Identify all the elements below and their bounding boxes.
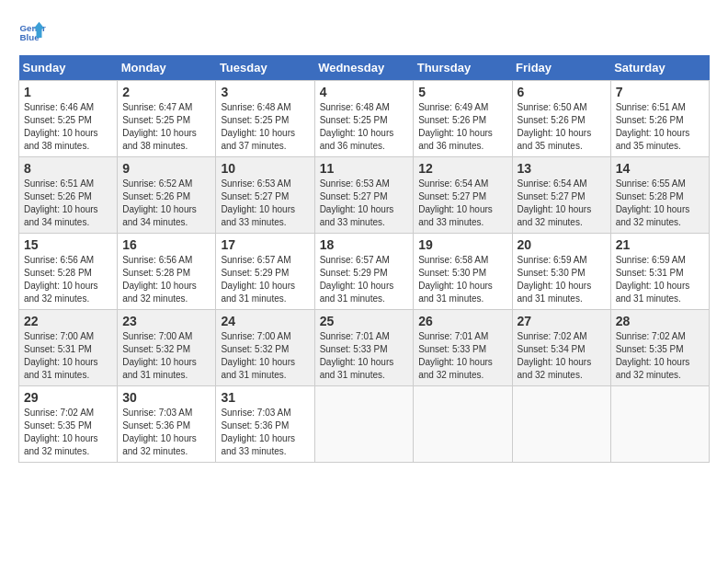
day-info: Sunrise: 7:03 AM Sunset: 5:36 PM Dayligh… — [221, 407, 309, 458]
calendar-header-cell: Thursday — [414, 55, 512, 81]
calendar-table: SundayMondayTuesdayWednesdayThursdayFrid… — [18, 55, 710, 463]
calendar-cell: 15Sunrise: 6:56 AM Sunset: 5:28 PM Dayli… — [19, 234, 118, 310]
day-number: 17 — [221, 237, 309, 252]
calendar-cell: 16Sunrise: 6:56 AM Sunset: 5:28 PM Dayli… — [118, 234, 216, 310]
day-info: Sunrise: 6:54 AM Sunset: 5:27 PM Dayligh… — [418, 178, 506, 229]
day-info: Sunrise: 6:51 AM Sunset: 5:26 PM Dayligh… — [24, 178, 112, 229]
header: General Blue — [18, 18, 710, 46]
calendar-cell: 27Sunrise: 7:02 AM Sunset: 5:34 PM Dayli… — [512, 310, 610, 386]
calendar-cell: 14Sunrise: 6:55 AM Sunset: 5:28 PM Dayli… — [610, 157, 709, 234]
day-info: Sunrise: 7:02 AM Sunset: 5:35 PM Dayligh… — [616, 330, 704, 382]
calendar-week-row: 22Sunrise: 7:00 AM Sunset: 5:31 PM Dayli… — [19, 310, 710, 386]
calendar-cell: 8Sunrise: 6:51 AM Sunset: 5:26 PM Daylig… — [19, 157, 118, 234]
calendar-cell: 28Sunrise: 7:02 AM Sunset: 5:35 PM Dayli… — [610, 310, 709, 386]
day-info: Sunrise: 7:03 AM Sunset: 5:36 PM Dayligh… — [122, 407, 210, 458]
calendar-cell: 23Sunrise: 7:00 AM Sunset: 5:32 PM Dayli… — [118, 310, 216, 386]
day-info: Sunrise: 6:59 AM Sunset: 5:30 PM Dayligh… — [518, 254, 606, 305]
calendar-header-cell: Friday — [512, 55, 610, 81]
day-number: 24 — [221, 314, 309, 328]
day-info: Sunrise: 6:58 AM Sunset: 5:30 PM Dayligh… — [418, 254, 506, 305]
calendar-cell: 29Sunrise: 7:02 AM Sunset: 5:35 PM Dayli… — [19, 386, 118, 463]
day-info: Sunrise: 6:52 AM Sunset: 5:26 PM Dayligh… — [122, 178, 210, 229]
day-info: Sunrise: 6:51 AM Sunset: 5:26 PM Dayligh… — [616, 101, 704, 153]
day-info: Sunrise: 6:48 AM Sunset: 5:25 PM Dayligh… — [221, 101, 309, 153]
day-info: Sunrise: 6:48 AM Sunset: 5:25 PM Dayligh… — [320, 101, 409, 153]
day-info: Sunrise: 7:00 AM Sunset: 5:32 PM Dayligh… — [122, 330, 210, 382]
day-number: 10 — [221, 161, 309, 176]
calendar-cell: 22Sunrise: 7:00 AM Sunset: 5:31 PM Dayli… — [19, 310, 118, 386]
day-number: 15 — [24, 237, 112, 252]
day-number: 20 — [518, 237, 606, 252]
day-info: Sunrise: 7:01 AM Sunset: 5:33 PM Dayligh… — [320, 330, 409, 382]
day-number: 2 — [122, 85, 210, 99]
day-info: Sunrise: 6:59 AM Sunset: 5:31 PM Dayligh… — [616, 254, 704, 305]
day-info: Sunrise: 7:01 AM Sunset: 5:33 PM Dayligh… — [418, 330, 506, 382]
calendar-week-row: 8Sunrise: 6:51 AM Sunset: 5:26 PM Daylig… — [19, 157, 710, 234]
calendar-cell — [314, 386, 414, 463]
day-number: 9 — [122, 161, 210, 176]
day-info: Sunrise: 6:49 AM Sunset: 5:26 PM Dayligh… — [418, 101, 506, 153]
logo-icon: General Blue — [18, 18, 46, 46]
day-number: 21 — [616, 237, 704, 252]
day-info: Sunrise: 6:56 AM Sunset: 5:28 PM Dayligh… — [122, 254, 210, 305]
day-info: Sunrise: 6:57 AM Sunset: 5:29 PM Dayligh… — [320, 254, 409, 305]
day-number: 13 — [518, 161, 606, 176]
day-number: 30 — [122, 390, 210, 405]
day-info: Sunrise: 6:53 AM Sunset: 5:27 PM Dayligh… — [320, 178, 409, 229]
calendar-body: 1Sunrise: 6:46 AM Sunset: 5:25 PM Daylig… — [19, 81, 710, 463]
day-number: 14 — [616, 161, 704, 176]
day-number: 16 — [122, 237, 210, 252]
day-number: 23 — [122, 314, 210, 328]
calendar-week-row: 15Sunrise: 6:56 AM Sunset: 5:28 PM Dayli… — [19, 234, 710, 310]
day-info: Sunrise: 6:56 AM Sunset: 5:28 PM Dayligh… — [24, 254, 112, 305]
day-number: 22 — [24, 314, 112, 328]
day-number: 6 — [518, 85, 606, 99]
calendar-header-cell: Sunday — [19, 55, 118, 81]
day-info: Sunrise: 6:55 AM Sunset: 5:28 PM Dayligh… — [616, 178, 704, 229]
day-number: 29 — [24, 390, 112, 405]
calendar-cell: 17Sunrise: 6:57 AM Sunset: 5:29 PM Dayli… — [216, 234, 314, 310]
day-number: 18 — [320, 237, 409, 252]
calendar-cell: 7Sunrise: 6:51 AM Sunset: 5:26 PM Daylig… — [610, 81, 709, 157]
day-number: 27 — [518, 314, 606, 328]
day-number: 7 — [616, 85, 704, 99]
day-info: Sunrise: 6:54 AM Sunset: 5:27 PM Dayligh… — [518, 178, 606, 229]
day-info: Sunrise: 6:53 AM Sunset: 5:27 PM Dayligh… — [221, 178, 309, 229]
calendar-cell: 12Sunrise: 6:54 AM Sunset: 5:27 PM Dayli… — [414, 157, 512, 234]
day-info: Sunrise: 7:00 AM Sunset: 5:31 PM Dayligh… — [24, 330, 112, 382]
calendar-header-cell: Wednesday — [314, 55, 414, 81]
calendar-cell: 20Sunrise: 6:59 AM Sunset: 5:30 PM Dayli… — [512, 234, 610, 310]
calendar-cell: 9Sunrise: 6:52 AM Sunset: 5:26 PM Daylig… — [118, 157, 216, 234]
calendar-cell: 6Sunrise: 6:50 AM Sunset: 5:26 PM Daylig… — [512, 81, 610, 157]
day-info: Sunrise: 6:57 AM Sunset: 5:29 PM Dayligh… — [221, 254, 309, 305]
day-number: 19 — [418, 237, 506, 252]
day-number: 1 — [24, 85, 112, 99]
calendar-cell: 18Sunrise: 6:57 AM Sunset: 5:29 PM Dayli… — [314, 234, 414, 310]
calendar-cell: 21Sunrise: 6:59 AM Sunset: 5:31 PM Dayli… — [610, 234, 709, 310]
calendar-cell: 1Sunrise: 6:46 AM Sunset: 5:25 PM Daylig… — [19, 81, 118, 157]
calendar-header-cell: Monday — [118, 55, 216, 81]
day-info: Sunrise: 6:47 AM Sunset: 5:25 PM Dayligh… — [122, 101, 210, 153]
calendar-cell: 13Sunrise: 6:54 AM Sunset: 5:27 PM Dayli… — [512, 157, 610, 234]
day-number: 31 — [221, 390, 309, 405]
calendar-cell: 3Sunrise: 6:48 AM Sunset: 5:25 PM Daylig… — [216, 81, 314, 157]
day-info: Sunrise: 7:02 AM Sunset: 5:35 PM Dayligh… — [24, 407, 112, 458]
day-number: 8 — [24, 161, 112, 176]
calendar-cell — [414, 386, 512, 463]
calendar-cell: 4Sunrise: 6:48 AM Sunset: 5:25 PM Daylig… — [314, 81, 414, 157]
day-number: 26 — [418, 314, 506, 328]
calendar-week-row: 1Sunrise: 6:46 AM Sunset: 5:25 PM Daylig… — [19, 81, 710, 157]
day-number: 28 — [616, 314, 704, 328]
calendar-cell: 25Sunrise: 7:01 AM Sunset: 5:33 PM Dayli… — [314, 310, 414, 386]
calendar-header-cell: Tuesday — [216, 55, 314, 81]
calendar-cell — [512, 386, 610, 463]
calendar-cell — [610, 386, 709, 463]
day-info: Sunrise: 7:00 AM Sunset: 5:32 PM Dayligh… — [221, 330, 309, 382]
calendar-cell: 31Sunrise: 7:03 AM Sunset: 5:36 PM Dayli… — [216, 386, 314, 463]
day-number: 3 — [221, 85, 309, 99]
day-number: 4 — [320, 85, 409, 99]
day-number: 12 — [418, 161, 506, 176]
day-info: Sunrise: 6:50 AM Sunset: 5:26 PM Dayligh… — [518, 101, 606, 153]
logo: General Blue — [18, 18, 50, 46]
day-number: 11 — [320, 161, 409, 176]
